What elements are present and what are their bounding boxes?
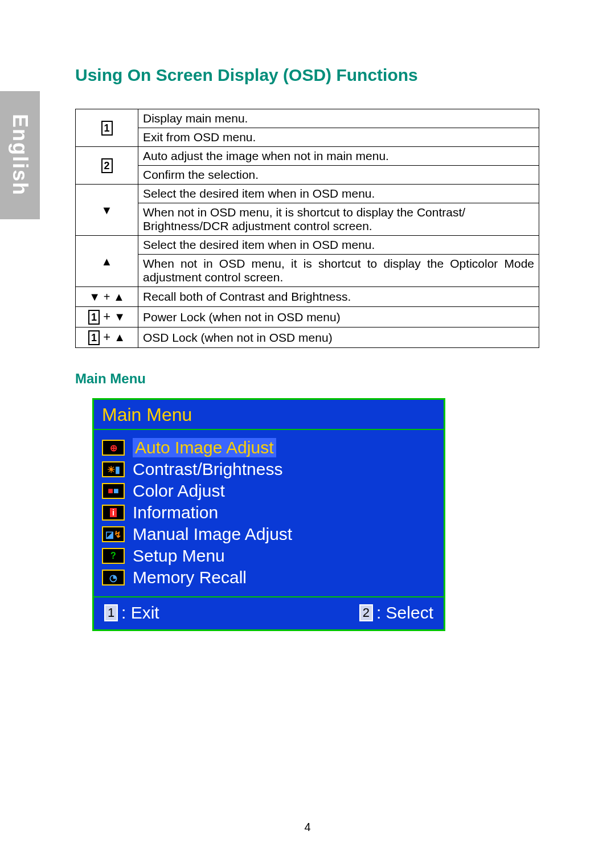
memory-recall-icon: ◔ <box>102 570 125 586</box>
key-down: ▼ <box>76 185 138 236</box>
key-1-plus-down: 1 + ▼ <box>76 307 138 327</box>
arrow-down-icon: ▼ <box>114 310 125 323</box>
osd-footer: 1 : Exit 2 : Select <box>94 597 444 629</box>
key-2: 2 <box>76 147 138 185</box>
setup-icon: ? <box>102 548 125 564</box>
desc: Select the desired item when in OSD menu… <box>138 185 539 203</box>
key-1-plus-up: 1 + ▲ <box>76 327 138 348</box>
desc: When not in OSD menu, it is shortcut to … <box>138 203 539 236</box>
key-up: ▲ <box>76 236 138 287</box>
osd-select-hint: 2 : Select <box>359 603 433 623</box>
keybox-2-icon: 2 <box>359 604 373 621</box>
plus: + <box>103 309 114 324</box>
osd-item-label: Memory Recall <box>133 568 247 587</box>
select-label: : Select <box>376 603 433 623</box>
osd-item-memory-recall[interactable]: ◔ Memory Recall <box>102 567 436 588</box>
desc: OSD Lock (when not in OSD menu) <box>138 327 539 348</box>
manual-adjust-icon: ◪↯ <box>102 526 125 542</box>
arrow-down-icon: ▼ <box>101 204 113 216</box>
osd-item-color-adjust[interactable]: ■■ Color Adjust <box>102 480 436 502</box>
osd-item-label: Color Adjust <box>133 481 225 501</box>
osd-item-label: Manual Image Adjust <box>133 525 292 544</box>
page-title: Using On Screen Display (OSD) Functions <box>75 65 539 85</box>
osd-item-label: Setup Menu <box>133 546 225 566</box>
exit-label: : Exit <box>121 603 159 623</box>
osd-item-label: Information <box>133 503 218 522</box>
language-label: English <box>8 114 32 196</box>
key-down-plus-up: ▼ + ▲ <box>76 287 138 307</box>
arrow-up-icon: ▲ <box>101 255 113 268</box>
keybox-1-icon: 1 <box>104 604 118 621</box>
desc: Exit from OSD menu. <box>138 128 539 147</box>
osd-item-label: Contrast/Brightness <box>133 460 282 479</box>
desc: Confirm the selection. <box>138 166 539 185</box>
desc: Display main menu. <box>138 109 539 128</box>
numbox-icon: 1 <box>88 330 100 345</box>
main-menu-heading: Main Menu <box>75 371 539 387</box>
osd-exit-hint: 1 : Exit <box>104 603 159 623</box>
osd-title: Main Menu <box>94 400 444 429</box>
osd-item-contrast-brightness[interactable]: ☀▮ Contrast/Brightness <box>102 458 436 480</box>
numbox-icon: 1 <box>88 310 100 325</box>
page-number: 4 <box>0 821 615 834</box>
numbox-2-icon: 2 <box>101 158 113 173</box>
color-adjust-icon: ■■ <box>102 483 125 499</box>
osd-item-auto-image-adjust[interactable]: ⊕ Auto Image Adjust <box>102 437 436 458</box>
auto-adjust-icon: ⊕ <box>102 440 125 456</box>
plus: + <box>103 330 114 344</box>
page-content: Using On Screen Display (OSD) Functions … <box>75 65 539 631</box>
desc: When not in OSD menu, it is shortcut to … <box>138 255 539 287</box>
numbox-1-icon: 1 <box>101 121 113 136</box>
info-icon: i <box>102 505 125 521</box>
osd-body: ⊕ Auto Image Adjust ☀▮ Contrast/Brightne… <box>94 429 444 597</box>
osd-item-information[interactable]: i Information <box>102 502 436 523</box>
language-tab: English <box>0 91 40 219</box>
desc: Auto adjust the image when not in main m… <box>138 147 539 166</box>
desc: Recall both of Contrast and Brightness. <box>138 287 539 307</box>
osd-item-label: Auto Image Adjust <box>133 438 276 457</box>
osd-item-manual-image-adjust[interactable]: ◪↯ Manual Image Adjust <box>102 523 436 545</box>
combo-arrows-icon: ▼ + ▲ <box>89 290 124 303</box>
osd-item-setup-menu[interactable]: ? Setup Menu <box>102 545 436 567</box>
desc: Power Lock (when not in OSD menu) <box>138 307 539 327</box>
osd-buttons-table: 1 Display main menu. Exit from OSD menu.… <box>75 109 539 348</box>
desc: Select the desired item when in OSD menu… <box>138 236 539 255</box>
osd-panel: Main Menu ⊕ Auto Image Adjust ☀▮ Contras… <box>92 398 445 631</box>
key-1: 1 <box>76 109 138 147</box>
brightness-icon: ☀▮ <box>102 461 125 477</box>
arrow-up-icon: ▲ <box>114 331 125 343</box>
